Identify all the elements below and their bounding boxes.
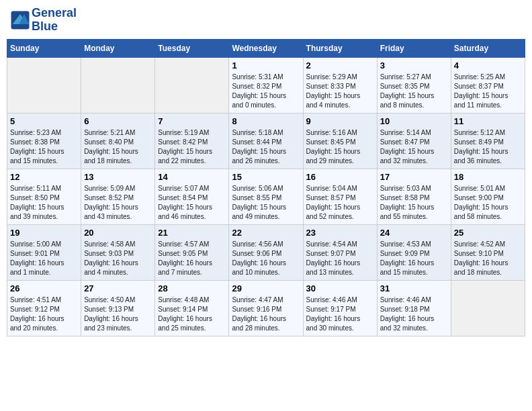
day-number: 10	[380, 116, 448, 126]
day-info: Sunrise: 5:01 AM Sunset: 9:00 PM Dayligh…	[454, 184, 522, 222]
day-number: 30	[306, 283, 374, 293]
weekday-header: Tuesday	[155, 39, 229, 57]
weekday-header: Monday	[81, 39, 155, 57]
calendar-cell: 16Sunrise: 5:04 AM Sunset: 8:57 PM Dayli…	[303, 169, 377, 224]
day-info: Sunrise: 4:46 AM Sunset: 9:17 PM Dayligh…	[306, 295, 374, 333]
day-info: Sunrise: 5:14 AM Sunset: 8:47 PM Dayligh…	[380, 128, 448, 166]
day-number: 19	[10, 228, 78, 238]
calendar-cell: 9Sunrise: 5:16 AM Sunset: 8:45 PM Daylig…	[303, 113, 377, 169]
calendar-cell: 24Sunrise: 4:53 AM Sunset: 9:09 PM Dayli…	[377, 224, 451, 280]
calendar-cell: 17Sunrise: 5:03 AM Sunset: 8:58 PM Dayli…	[377, 169, 451, 224]
calendar-week-row: 12Sunrise: 5:11 AM Sunset: 8:50 PM Dayli…	[7, 169, 525, 224]
day-info: Sunrise: 5:06 AM Sunset: 8:55 PM Dayligh…	[232, 184, 300, 222]
day-info: Sunrise: 5:12 AM Sunset: 8:49 PM Dayligh…	[454, 128, 522, 166]
calendar-cell: 15Sunrise: 5:06 AM Sunset: 8:55 PM Dayli…	[229, 169, 303, 224]
day-number: 22	[232, 228, 300, 238]
calendar-cell: 4Sunrise: 5:25 AM Sunset: 8:37 PM Daylig…	[451, 57, 525, 113]
calendar-cell	[451, 280, 525, 336]
day-number: 6	[84, 116, 152, 126]
calendar-cell: 5Sunrise: 5:23 AM Sunset: 8:38 PM Daylig…	[7, 113, 81, 169]
day-info: Sunrise: 4:51 AM Sunset: 9:12 PM Dayligh…	[10, 295, 78, 333]
calendar-cell: 27Sunrise: 4:50 AM Sunset: 9:13 PM Dayli…	[81, 280, 155, 336]
day-info: Sunrise: 5:19 AM Sunset: 8:42 PM Dayligh…	[158, 128, 226, 166]
day-number: 7	[158, 116, 226, 126]
calendar-cell: 31Sunrise: 4:46 AM Sunset: 9:18 PM Dayli…	[377, 280, 451, 336]
day-info: Sunrise: 4:54 AM Sunset: 9:07 PM Dayligh…	[306, 240, 374, 277]
day-number: 26	[10, 283, 78, 293]
day-number: 28	[158, 283, 226, 293]
day-number: 8	[232, 116, 300, 126]
day-info: Sunrise: 5:04 AM Sunset: 8:57 PM Dayligh…	[306, 184, 374, 222]
calendar-header-row: SundayMondayTuesdayWednesdayThursdayFrid…	[7, 39, 525, 57]
calendar-cell: 14Sunrise: 5:07 AM Sunset: 8:54 PM Dayli…	[155, 169, 229, 224]
calendar-cell: 12Sunrise: 5:11 AM Sunset: 8:50 PM Dayli…	[7, 169, 81, 224]
day-info: Sunrise: 4:48 AM Sunset: 9:14 PM Dayligh…	[158, 295, 226, 333]
weekday-header: Saturday	[451, 39, 525, 57]
calendar-cell: 28Sunrise: 4:48 AM Sunset: 9:14 PM Dayli…	[155, 280, 229, 336]
calendar-week-row: 19Sunrise: 5:00 AM Sunset: 9:01 PM Dayli…	[7, 224, 525, 280]
day-number: 23	[306, 228, 374, 238]
calendar-cell: 30Sunrise: 4:46 AM Sunset: 9:17 PM Dayli…	[303, 280, 377, 336]
calendar-cell: 2Sunrise: 5:29 AM Sunset: 8:33 PM Daylig…	[303, 57, 377, 113]
calendar-cell: 11Sunrise: 5:12 AM Sunset: 8:49 PM Dayli…	[451, 113, 525, 169]
day-info: Sunrise: 5:11 AM Sunset: 8:50 PM Dayligh…	[10, 184, 78, 222]
day-number: 20	[84, 228, 152, 238]
day-info: Sunrise: 5:27 AM Sunset: 8:35 PM Dayligh…	[380, 73, 448, 110]
calendar-cell: 23Sunrise: 4:54 AM Sunset: 9:07 PM Dayli…	[303, 224, 377, 280]
day-info: Sunrise: 4:50 AM Sunset: 9:13 PM Dayligh…	[84, 295, 152, 333]
day-number: 25	[454, 228, 522, 238]
day-number: 4	[454, 60, 522, 71]
logo-icon	[10, 10, 30, 30]
day-info: Sunrise: 5:07 AM Sunset: 8:54 PM Dayligh…	[158, 184, 226, 222]
day-info: Sunrise: 5:23 AM Sunset: 8:38 PM Dayligh…	[10, 128, 78, 166]
day-number: 2	[306, 60, 374, 71]
day-number: 17	[380, 172, 448, 182]
day-number: 18	[454, 172, 522, 182]
weekday-header: Thursday	[303, 39, 377, 57]
calendar-cell	[155, 57, 229, 113]
weekday-header: Wednesday	[229, 39, 303, 57]
day-number: 21	[158, 228, 226, 238]
calendar-cell: 21Sunrise: 4:57 AM Sunset: 9:05 PM Dayli…	[155, 224, 229, 280]
logo: General Blue	[10, 7, 77, 34]
calendar-cell: 13Sunrise: 5:09 AM Sunset: 8:52 PM Dayli…	[81, 169, 155, 224]
day-info: Sunrise: 5:31 AM Sunset: 8:32 PM Dayligh…	[232, 73, 300, 110]
calendar-cell: 3Sunrise: 5:27 AM Sunset: 8:35 PM Daylig…	[377, 57, 451, 113]
day-number: 16	[306, 172, 374, 182]
day-info: Sunrise: 5:00 AM Sunset: 9:01 PM Dayligh…	[10, 240, 78, 277]
day-info: Sunrise: 4:46 AM Sunset: 9:18 PM Dayligh…	[380, 295, 448, 333]
calendar-week-row: 5Sunrise: 5:23 AM Sunset: 8:38 PM Daylig…	[7, 113, 525, 169]
day-info: Sunrise: 4:53 AM Sunset: 9:09 PM Dayligh…	[380, 240, 448, 277]
weekday-header: Friday	[377, 39, 451, 57]
day-info: Sunrise: 4:47 AM Sunset: 9:16 PM Dayligh…	[232, 295, 300, 333]
calendar-cell: 1Sunrise: 5:31 AM Sunset: 8:32 PM Daylig…	[229, 57, 303, 113]
calendar-cell: 20Sunrise: 4:58 AM Sunset: 9:03 PM Dayli…	[81, 224, 155, 280]
calendar-week-row: 1Sunrise: 5:31 AM Sunset: 8:32 PM Daylig…	[7, 57, 525, 113]
calendar-cell	[7, 57, 81, 113]
calendar-table: SundayMondayTuesdayWednesdayThursdayFrid…	[7, 39, 525, 336]
calendar-cell: 6Sunrise: 5:21 AM Sunset: 8:40 PM Daylig…	[81, 113, 155, 169]
day-number: 11	[454, 116, 522, 126]
page-header: General Blue	[7, 7, 525, 34]
calendar-cell: 10Sunrise: 5:14 AM Sunset: 8:47 PM Dayli…	[377, 113, 451, 169]
day-info: Sunrise: 4:52 AM Sunset: 9:10 PM Dayligh…	[454, 240, 522, 277]
logo-text: General Blue	[32, 7, 77, 34]
day-number: 9	[306, 116, 374, 126]
day-number: 15	[232, 172, 300, 182]
calendar-cell: 19Sunrise: 5:00 AM Sunset: 9:01 PM Dayli…	[7, 224, 81, 280]
day-number: 14	[158, 172, 226, 182]
day-info: Sunrise: 5:25 AM Sunset: 8:37 PM Dayligh…	[454, 73, 522, 110]
calendar-cell: 7Sunrise: 5:19 AM Sunset: 8:42 PM Daylig…	[155, 113, 229, 169]
day-info: Sunrise: 4:57 AM Sunset: 9:05 PM Dayligh…	[158, 240, 226, 277]
weekday-header: Sunday	[7, 39, 81, 57]
day-number: 27	[84, 283, 152, 293]
calendar-cell: 8Sunrise: 5:18 AM Sunset: 8:44 PM Daylig…	[229, 113, 303, 169]
day-info: Sunrise: 5:09 AM Sunset: 8:52 PM Dayligh…	[84, 184, 152, 222]
day-number: 3	[380, 60, 448, 71]
day-info: Sunrise: 5:03 AM Sunset: 8:58 PM Dayligh…	[380, 184, 448, 222]
day-info: Sunrise: 5:16 AM Sunset: 8:45 PM Dayligh…	[306, 128, 374, 166]
day-number: 1	[232, 60, 300, 71]
day-info: Sunrise: 5:29 AM Sunset: 8:33 PM Dayligh…	[306, 73, 374, 110]
calendar-cell	[81, 57, 155, 113]
day-number: 12	[10, 172, 78, 182]
